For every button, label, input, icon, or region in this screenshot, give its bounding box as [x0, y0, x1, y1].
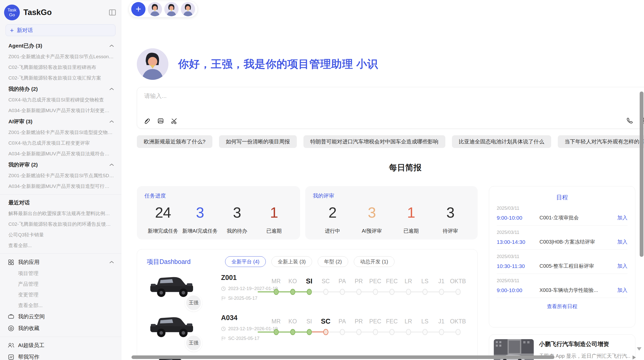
suggestion-chip[interactable]: 特朗普可能对进口汽车增税会对中国车企造成哪些影响	[303, 135, 445, 148]
schedule-title: 日程	[497, 193, 627, 201]
task-item[interactable]: C02-飞腾新能源轻客改款项目立项汇报方案	[0, 73, 121, 83]
horizontal-scrollbar[interactable]	[131, 355, 554, 359]
milestone-dot	[290, 329, 295, 335]
recent-chat-item[interactable]: 解释最新出台的欧盟报废车法规再生塑料比例被调至15%...	[0, 208, 121, 219]
milestone-timeline: MR KO SI SC PA PR PEC FEC LR	[268, 277, 466, 301]
dashboard-header: 项目Dashboard 全新平台 (4) 全新上装 (3) 年型 (2) 动总开…	[147, 256, 468, 267]
milestone-dot	[290, 289, 295, 295]
section-ai-review[interactable]: AI评审 (3)	[0, 116, 121, 127]
section-title: 最近对话	[8, 199, 30, 206]
project-row-z001[interactable]: 王强 Z001 2023-12-19~2027-01-19	[147, 273, 468, 313]
new-chat-button[interactable]: + 新对话	[6, 24, 115, 36]
sidebar-item-favorites[interactable]: 我的收藏	[0, 322, 121, 334]
section-my-todo[interactable]: 我的待办 (2)	[0, 83, 121, 95]
join-meeting-link[interactable]: 加入	[617, 214, 627, 221]
agent-avatar[interactable]	[181, 2, 195, 16]
task-item[interactable]: C0X4-动力总成开发项目工程变更评审	[0, 138, 121, 148]
stat-value: 3	[182, 204, 219, 221]
briefing-right-column: 日程 2025/03/11 9:00-10:00 C001-立项审批会 加入 2…	[489, 186, 635, 360]
chat-input[interactable]	[144, 91, 644, 101]
milestone-current: SC	[317, 317, 334, 335]
task-item[interactable]: Z001-全新燃油轻卡产品开发项目SI节点属性5D文件评审	[0, 170, 121, 181]
agent-switcher-pill: +	[128, 1, 198, 18]
join-meeting-link[interactable]: 加入	[617, 263, 627, 269]
app-item-project-mgmt[interactable]: 项目管理	[0, 268, 121, 279]
milestone-dot	[422, 289, 428, 295]
task-item[interactable]: A034-全新新能源MUV产品开发项目计划变更表编写	[0, 105, 121, 116]
milestone: MR	[268, 277, 284, 295]
daily-briefing-title: 每日简报	[389, 163, 421, 172]
schedule-time: 9:00-10:00	[497, 215, 539, 221]
scissors-icon[interactable]	[171, 117, 178, 124]
vertical-scrollbar[interactable]	[640, 92, 643, 257]
milestone: LS	[417, 317, 433, 335]
filter-model-year[interactable]: 年型 (2)	[318, 256, 348, 267]
attachment-icon[interactable]	[144, 117, 151, 124]
task-item[interactable]: Z001-全新燃油皮卡产品开发项目SI节点Lesson Learn报告	[0, 51, 121, 62]
milestone: LS	[417, 277, 433, 295]
sidebar-item-ai-super-staff[interactable]: AI超级员工	[0, 339, 121, 351]
milestone: PEC	[367, 317, 384, 335]
milestone: PA	[334, 317, 350, 335]
stat-new-ai-done: 3 新增AI完成任务	[182, 204, 219, 234]
sidebar-item-help-me-write[interactable]: 帮我写作	[0, 351, 121, 360]
my-review-title: 我的评审	[313, 192, 470, 199]
collapse-sidebar-icon[interactable]	[108, 8, 116, 17]
milestone-dot	[307, 289, 312, 295]
project-owner-avatar: 王强	[185, 294, 202, 311]
stat-value: 1	[391, 204, 431, 221]
recent-chat-item[interactable]: 公司Q3轻卡销量	[0, 230, 121, 240]
task-item[interactable]: C0X4-动力总成开发项目SI里程碑提交物检查	[0, 95, 121, 105]
favorites-icon	[8, 325, 14, 332]
filter-powertrain[interactable]: 动总开发 (1)	[354, 256, 394, 267]
app-item-product-mgmt[interactable]: 产品管理	[0, 279, 121, 289]
agent-avatar[interactable]	[148, 2, 162, 16]
clock-icon	[221, 286, 226, 291]
suggestion-chip[interactable]: 欧洲新规最近颁布了什么?	[137, 135, 212, 148]
suggestion-chip[interactable]: 当下年轻人对汽车外观有怎样的喜好趋势	[558, 135, 644, 148]
scroll-down-arrow[interactable]	[637, 347, 641, 351]
scroll-right-arrow[interactable]	[633, 355, 636, 359]
sidebar-item-cloud-space[interactable]: 我的云空间	[0, 311, 121, 322]
milestone-dot	[340, 329, 345, 335]
image-upload-icon[interactable]	[157, 117, 164, 124]
recent-chat-item[interactable]: C02-飞腾新能源轻客改款项目的闭环通告反馈情况	[0, 219, 121, 230]
task-item[interactable]: Z001-全新燃油轻卡产品开发项目SI造型提交物评审	[0, 127, 121, 138]
logo-line2: Go	[9, 12, 15, 17]
chevron-up-icon	[109, 87, 114, 91]
project-row-a034[interactable]: 王强 A034 2023-12-19~2026-01-19	[147, 313, 468, 354]
stat-review-overdue: 1 已逾期	[391, 204, 431, 234]
apps-view-all[interactable]: 查看全部...	[0, 300, 121, 311]
task-item[interactable]: A034-全新新能源MUV产品开发项目法规符合性评审	[0, 148, 121, 159]
stat-label: 新增AI完成任务	[182, 228, 219, 234]
task-item[interactable]: C02-飞腾新能源轻客改款项目里程碑画布	[0, 62, 121, 73]
milestone: LR	[400, 277, 417, 295]
phone-call-icon[interactable]	[626, 117, 633, 124]
sidebar: Task Go TaskGo + 新对话 Agent已办 (3) Z001-全新…	[0, 0, 121, 360]
milestone-dot	[307, 329, 312, 335]
section-agent-done[interactable]: Agent已办 (3)	[0, 40, 121, 51]
section-my-review[interactable]: 我的评审 (2)	[0, 159, 121, 170]
milestone-dot	[274, 289, 279, 295]
add-agent-button[interactable]: +	[131, 2, 145, 16]
join-meeting-link[interactable]: 加入	[617, 238, 627, 245]
task-item[interactable]: A034-全新新能源MUV产品开发项目造型可行性评审	[0, 181, 121, 192]
milestone: SI	[301, 317, 317, 335]
suggestion-chip[interactable]: 比亚迪全固态电池计划具体说了什么	[452, 135, 551, 148]
main-area: + 王强 你好，王强，我是你的项目管理助理 小识	[121, 0, 644, 360]
milestone: KO	[284, 317, 301, 335]
filter-new-platform[interactable]: 全新平台 (4)	[225, 256, 266, 267]
milestone-dot	[456, 329, 461, 335]
view-all-schedule-link[interactable]: 查看所有日程	[497, 303, 627, 310]
app-item-change-mgmt[interactable]: 变更管理	[0, 289, 121, 300]
agent-avatar[interactable]	[164, 2, 179, 16]
stat-label: 待评审	[431, 228, 470, 234]
recent-view-all[interactable]: 查看全部...	[0, 240, 121, 251]
taskgo-logo: Task Go	[4, 5, 20, 20]
milestone-dot	[456, 289, 461, 295]
milestone: OKTB	[450, 317, 466, 335]
sidebar-item-my-apps[interactable]: 我的应用	[0, 256, 121, 268]
suggestion-chip[interactable]: 如何写一份清晰的项目周报	[219, 135, 297, 148]
filter-new-body[interactable]: 全新上装 (3)	[271, 256, 312, 267]
join-meeting-link[interactable]: 加入	[617, 287, 627, 294]
